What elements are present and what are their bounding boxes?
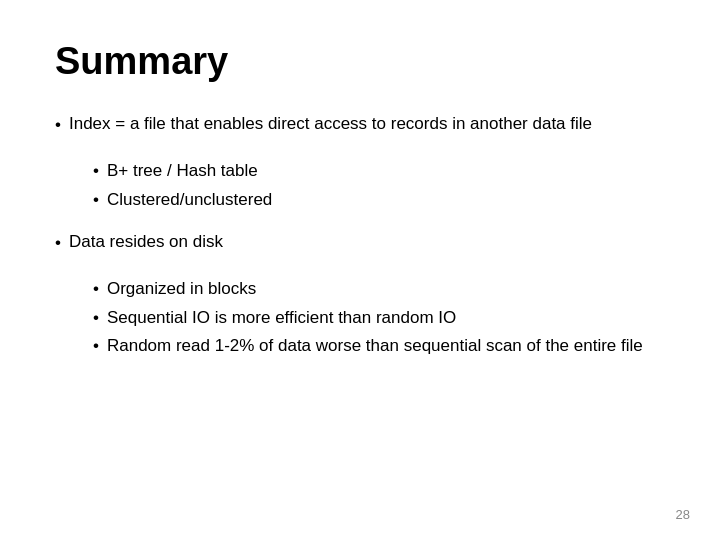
sub-bullet-text-2-3: Random read 1-2% of data worse than sequ… — [107, 333, 643, 359]
sub-symbol-2-2: • — [93, 305, 99, 331]
sub-bullet-2-3: • Random read 1-2% of data worse than se… — [93, 333, 665, 359]
slide-content: • Index = a file that enables direct acc… — [55, 111, 665, 359]
sub-symbol-1-2: • — [93, 187, 99, 213]
sub-bullets-2: • Organized in blocks • Sequential IO is… — [93, 276, 665, 359]
bullet-symbol-2: • — [55, 230, 61, 256]
sub-bullet-text-2-1: Organized in blocks — [107, 276, 256, 302]
sub-bullet-text-1-2: Clustered/unclustered — [107, 187, 272, 213]
sub-symbol-2-3: • — [93, 333, 99, 359]
bullet-symbol-1: • — [55, 112, 61, 138]
sub-bullets-1: • B+ tree / Hash table • Clustered/unclu… — [93, 158, 665, 213]
main-bullet-text-1: Index = a file that enables direct acces… — [69, 111, 665, 137]
sub-bullet-text-1-1: B+ tree / Hash table — [107, 158, 258, 184]
sub-bullet-text-2-2: Sequential IO is more efficient than ran… — [107, 305, 456, 331]
sub-symbol-2-1: • — [93, 276, 99, 302]
page-number: 28 — [676, 507, 690, 522]
main-bullet-text-2: Data resides on disk — [69, 229, 665, 255]
sub-bullet-1-1: • B+ tree / Hash table — [93, 158, 665, 184]
sub-symbol-1-1: • — [93, 158, 99, 184]
sub-bullet-2-2: • Sequential IO is more efficient than r… — [93, 305, 665, 331]
slide-title: Summary — [55, 40, 665, 83]
main-bullet-1: • Index = a file that enables direct acc… — [55, 111, 665, 138]
main-bullet-2: • Data resides on disk — [55, 229, 665, 256]
sub-bullet-2-1: • Organized in blocks — [93, 276, 665, 302]
sub-bullet-1-2: • Clustered/unclustered — [93, 187, 665, 213]
slide-container: Summary • Index = a file that enables di… — [0, 0, 720, 540]
